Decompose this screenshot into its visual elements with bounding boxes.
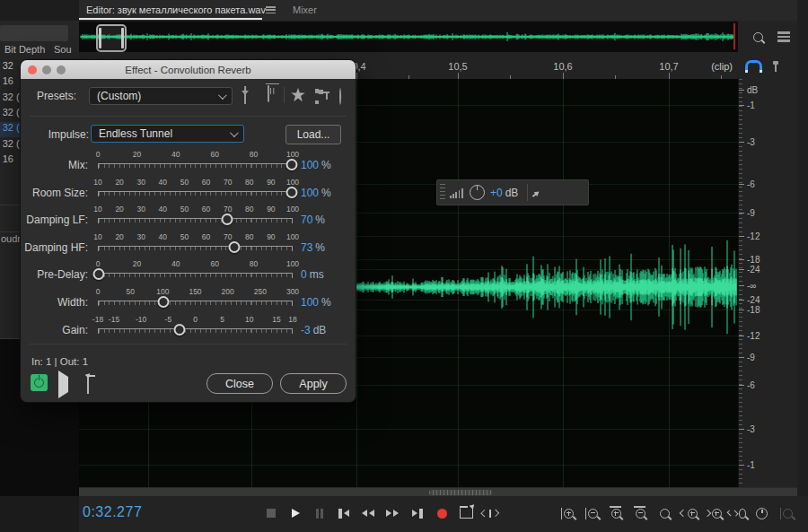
slider-value[interactable]: 100% xyxy=(301,159,347,171)
slider-track-area[interactable]: -18-15-10-505101518 xyxy=(93,313,297,341)
skip-selection-button[interactable] xyxy=(482,505,498,521)
slider-knob[interactable] xyxy=(222,214,233,225)
time-display[interactable]: 0:32.277 xyxy=(83,504,142,520)
pause-button[interactable] xyxy=(312,505,328,521)
slider-knob[interactable] xyxy=(286,187,298,198)
go-to-start-button[interactable] xyxy=(336,505,352,521)
display-options-icon[interactable] xyxy=(777,31,790,42)
marker-pin-icon[interactable] xyxy=(771,61,780,72)
volume-hud[interactable]: +0 dB xyxy=(436,179,589,205)
slider-label: Damping LF: xyxy=(26,214,88,226)
scrollbar-handle[interactable] xyxy=(429,490,492,495)
hud-pin-icon[interactable] xyxy=(534,189,541,196)
slider-track-area[interactable]: 050100150200250300 xyxy=(93,285,297,313)
loop-playback-button[interactable] xyxy=(458,505,474,521)
slider-value[interactable]: 100% xyxy=(301,187,347,199)
zoom-reset-button[interactable] xyxy=(752,505,770,521)
slider-track[interactable] xyxy=(98,301,293,306)
amplitude-label: -9 xyxy=(747,208,755,218)
ruler-major-tick xyxy=(669,73,670,79)
tick-label: 100 xyxy=(286,150,299,159)
slider-track[interactable] xyxy=(98,163,293,169)
files-panel-toolbar[interactable] xyxy=(0,25,68,41)
delete-preset-icon[interactable] xyxy=(268,85,269,102)
slider-track-area[interactable]: 102030405060708090100 xyxy=(93,203,297,231)
slider-value[interactable]: 70% xyxy=(301,214,347,226)
tick-label: -5 xyxy=(165,315,172,324)
files-column-header[interactable]: Bit Depth Sou xyxy=(0,44,79,58)
slider-knob[interactable] xyxy=(173,324,185,336)
slider-value[interactable]: 73% xyxy=(301,241,347,254)
slider-knob[interactable] xyxy=(157,296,169,308)
dialog-titlebar[interactable]: Effect - Convolution Reverb xyxy=(21,60,356,79)
gain-knob-icon[interactable] xyxy=(470,185,485,200)
preview-play-button[interactable] xyxy=(58,377,68,393)
snap-magnet-icon[interactable] xyxy=(745,60,762,73)
zoom-to-selection-button[interactable] xyxy=(728,505,746,521)
impulse-dropdown[interactable]: Endless Tunnel xyxy=(91,125,244,143)
stop-button[interactable] xyxy=(263,505,279,521)
close-button[interactable]: Close xyxy=(206,373,273,394)
sliders-group: Mix:020406080100100%Room Size:1020304050… xyxy=(21,148,356,340)
window-zoom-icon[interactable] xyxy=(57,65,66,74)
tick-label: -15 xyxy=(109,315,119,324)
zoom-out-full-icon[interactable] xyxy=(749,29,767,45)
slider-track-area[interactable]: 102030405060708090100 xyxy=(93,176,297,204)
effect-power-toggle[interactable] xyxy=(31,374,48,391)
panel-menu-icon[interactable] xyxy=(266,6,276,14)
slider-value[interactable]: 100% xyxy=(301,296,347,309)
slider-track[interactable] xyxy=(98,273,293,278)
slider-track-area[interactable]: 020406080100 xyxy=(93,257,297,285)
tab-bar: Editor: звук металлического пакета.wav M… xyxy=(79,0,808,21)
tick-label: 30 xyxy=(136,232,145,241)
overview-range-handle[interactable] xyxy=(96,24,127,52)
load-button[interactable]: Load... xyxy=(285,125,341,144)
slider-knob[interactable] xyxy=(228,241,240,253)
overview-waveform-strip[interactable] xyxy=(79,22,738,52)
zoom-in-at-out-point-button[interactable] xyxy=(704,505,722,521)
zoom-out-full-button[interactable] xyxy=(655,505,673,521)
save-preset-icon[interactable] xyxy=(244,88,246,104)
preview-loop-button[interactable] xyxy=(87,378,89,394)
slider-value[interactable]: 0ms xyxy=(301,268,347,281)
amplitude-tick-marks xyxy=(739,79,742,487)
tab-mixer[interactable]: Mixer xyxy=(287,0,322,21)
hud-gain-value[interactable]: +0 xyxy=(490,187,503,199)
record-button[interactable] xyxy=(434,505,450,521)
slider-knob[interactable] xyxy=(93,268,105,280)
column-source[interactable]: Sou xyxy=(54,44,72,55)
slider-knob[interactable] xyxy=(286,159,298,170)
zoom-in-time-button[interactable] xyxy=(607,505,625,521)
slider-track-area[interactable]: 102030405060708090100 xyxy=(93,231,297,258)
zoom-in-at-in-point-button[interactable] xyxy=(680,505,698,521)
slider-track-area[interactable]: 020406080100 xyxy=(93,148,297,176)
zoom-out-time-button[interactable] xyxy=(631,505,649,521)
go-to-end-button[interactable] xyxy=(409,505,426,521)
tick-label: -18 xyxy=(92,315,103,324)
fast-forward-button[interactable] xyxy=(384,505,400,521)
slider-track[interactable] xyxy=(98,191,293,196)
handle-right-bracket[interactable] xyxy=(121,28,124,48)
slider-track[interactable] xyxy=(98,246,293,251)
effect-slider-row: Gain:-18-15-10-505101518-3dB xyxy=(21,313,356,341)
slider-track[interactable] xyxy=(98,218,293,223)
apply-button[interactable]: Apply xyxy=(280,373,347,394)
slider-track[interactable] xyxy=(98,328,293,334)
amplitude-major-tick xyxy=(739,300,744,301)
slider-tick-labels: 102030405060708090100 xyxy=(98,205,293,213)
window-minimize-icon[interactable] xyxy=(42,65,51,74)
favorite-star-icon[interactable] xyxy=(291,88,305,102)
hud-grip-icon[interactable] xyxy=(440,184,445,201)
play-button[interactable] xyxy=(287,505,303,521)
tick-label: 40 xyxy=(171,259,180,268)
zoom-out-amplitude-button[interactable] xyxy=(583,505,601,521)
presets-dropdown[interactable]: (Custom) xyxy=(89,87,233,105)
io-channels-text: In: 1 | Out: 1 xyxy=(31,356,88,367)
handle-left-bracket[interactable] xyxy=(99,28,101,48)
column-bit-depth[interactable]: Bit Depth xyxy=(4,44,45,55)
info-icon[interactable] xyxy=(339,88,341,105)
slider-value[interactable]: -3dB xyxy=(301,324,347,336)
window-close-icon[interactable] xyxy=(28,65,37,74)
zoom-in-amplitude-button[interactable] xyxy=(558,505,576,521)
rewind-button[interactable] xyxy=(360,505,376,521)
